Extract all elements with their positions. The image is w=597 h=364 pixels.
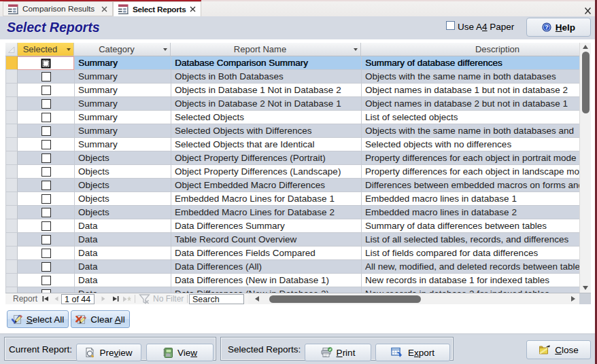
- svg-text:?: ?: [545, 23, 549, 31]
